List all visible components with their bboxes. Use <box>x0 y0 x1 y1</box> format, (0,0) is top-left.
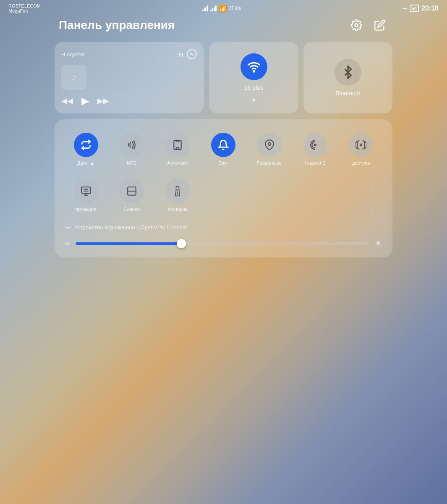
brightness-slider[interactable] <box>76 242 369 245</box>
toggle-data[interactable]: Данн ▲ <box>63 129 109 169</box>
toggle-scanner[interactable]: Сканер <box>109 176 154 215</box>
hotspot-toggle-label: доступа <box>352 160 370 165</box>
data-toggle-circle <box>74 133 98 157</box>
brightness-control: ☀ ☀ <box>63 238 384 249</box>
vpn-notice: ⊸ Устройство подключено к OpenVPN Connec… <box>63 223 384 231</box>
toggle-hotspot[interactable]: доступа <box>338 129 384 169</box>
wifi-status-icon: 📶 <box>219 5 227 13</box>
media-player-tile[interactable]: Н одится H ♪ ◀◀ ▶ ▶▶ <box>55 42 204 113</box>
brightness-max-icon[interactable]: ☀ <box>374 238 382 249</box>
media-top-bar: Н одится H <box>61 49 197 60</box>
projection-icon <box>81 186 91 197</box>
clock: 20:18 <box>421 5 439 12</box>
settings-button[interactable] <box>348 17 365 34</box>
signal-bars-1 <box>202 5 208 11</box>
geodata-toggle-label: Геоданные <box>257 160 282 165</box>
brightness-fill <box>76 242 181 245</box>
bluetooth-circle <box>335 59 361 86</box>
bell-icon <box>218 139 229 150</box>
nfc-icon <box>126 139 137 150</box>
bluetooth-icon <box>341 66 355 79</box>
network-name: MegaFon <box>8 8 41 13</box>
svg-rect-12 <box>176 186 179 190</box>
toggles-row-1: Данн ▲ NFC <box>63 129 384 169</box>
nfc-toggle-label: NFC <box>127 160 137 165</box>
brightness-thumb[interactable] <box>177 239 186 248</box>
bluetooth-label: Bluetooth <box>335 90 360 97</box>
carrier-info: ROSTELECOM MegaFon <box>8 3 41 13</box>
sound-toggle-label: Звук <box>219 160 229 165</box>
wifi-circle <box>240 53 267 80</box>
album-art: ♪ <box>61 65 86 90</box>
toggle-projection[interactable]: проекция <box>63 176 109 215</box>
huawei-share-label: Huawei S <box>305 160 325 165</box>
toggle-nfc[interactable]: NFC <box>109 129 154 169</box>
panel-title: Панель управления <box>59 18 175 32</box>
brightness-min-icon[interactable]: ☀ <box>65 240 71 248</box>
prev-track-button[interactable]: ◀◀ <box>61 96 73 105</box>
scanner-toggle-circle <box>120 179 144 203</box>
scanner-icon <box>126 186 137 197</box>
controls-panel: Данн ▲ NFC <box>55 119 392 257</box>
hotspot-icon <box>356 139 366 150</box>
autorotate-toggle-circle <box>165 133 190 157</box>
edit-button[interactable] <box>371 17 388 34</box>
status-bar: ROSTELECOM MegaFon 📶 37 K/s ⊸ 54 20:18 <box>0 0 447 17</box>
svg-point-2 <box>253 71 254 72</box>
svg-point-0 <box>355 24 358 27</box>
data-icon <box>81 139 91 150</box>
panel-header: Панель управления <box>55 17 392 34</box>
toggle-sound[interactable]: Звук <box>201 129 246 169</box>
header-actions <box>348 17 388 34</box>
media-album-area: ♪ <box>61 60 197 95</box>
waveform-icon <box>186 49 197 60</box>
geodata-toggle-circle <box>257 133 282 157</box>
wifi-signal-indicator: ▲ <box>251 95 257 102</box>
data-toggle-label: Данн ▲ <box>77 160 94 165</box>
flashlight-icon <box>173 186 182 197</box>
hotspot-toggle-circle <box>349 133 373 157</box>
projection-toggle-circle <box>74 179 98 203</box>
bluetooth-tile[interactable]: Bluetooth <box>303 42 392 113</box>
svg-point-6 <box>360 144 362 146</box>
next-track-button[interactable]: ▶▶ <box>97 96 109 105</box>
svg-point-5 <box>314 144 316 146</box>
toggle-geodata[interactable]: Геоданные <box>246 129 292 169</box>
location-icon <box>264 139 275 150</box>
battery-indicator: 54 <box>410 5 419 12</box>
svg-point-4 <box>268 143 271 146</box>
wifi-network-name: 16 plus <box>244 84 263 91</box>
projection-toggle-label: проекция <box>76 207 97 212</box>
gear-icon <box>350 19 362 31</box>
media-type-icon: H <box>179 51 183 58</box>
toggle-flashlight[interactable]: Фонарик <box>155 176 201 215</box>
media-controls[interactable]: ◀◀ ▶ ▶▶ <box>61 95 197 107</box>
toggle-autorotate[interactable]: Автоповс <box>155 129 201 169</box>
media-status-text: Н одится <box>61 51 84 58</box>
wifi-tile[interactable]: 16 plus ▲ <box>209 42 298 113</box>
nfc-toggle-circle <box>120 133 144 157</box>
toggles-row-2: проекция Сканер <box>63 176 384 215</box>
speed-indicator: 37 K/s <box>229 6 241 11</box>
play-button[interactable]: ▶ <box>81 95 89 107</box>
signal-bars-2 <box>210 5 217 11</box>
sound-toggle-circle <box>211 133 235 157</box>
carrier-name: ROSTELECOM <box>8 3 41 8</box>
share-wireless-icon <box>310 139 321 150</box>
quick-tiles-row: Н одится H ♪ ◀◀ ▶ ▶▶ <box>55 42 392 113</box>
vpn-notice-text: Устройство подключено к OpenVPN Connect <box>74 224 187 231</box>
flashlight-toggle-circle <box>165 179 190 203</box>
edit-icon <box>374 19 386 31</box>
huawei-share-circle <box>303 133 327 157</box>
autorotate-icon <box>172 139 183 150</box>
scanner-toggle-label: Сканер <box>123 207 140 212</box>
svg-rect-3 <box>174 140 181 150</box>
autorotate-toggle-label: Автоповс <box>167 160 188 165</box>
music-note-icon: ♪ <box>71 71 76 83</box>
wifi-icon <box>247 60 261 74</box>
svg-rect-7 <box>81 187 91 193</box>
vpn-key-icon: ⊸ <box>65 223 70 231</box>
vpn-key-status: ⊸ <box>402 5 407 12</box>
toggle-huawei-share[interactable]: Huawei S <box>292 129 338 169</box>
flashlight-toggle-label: Фонарик <box>168 207 187 212</box>
